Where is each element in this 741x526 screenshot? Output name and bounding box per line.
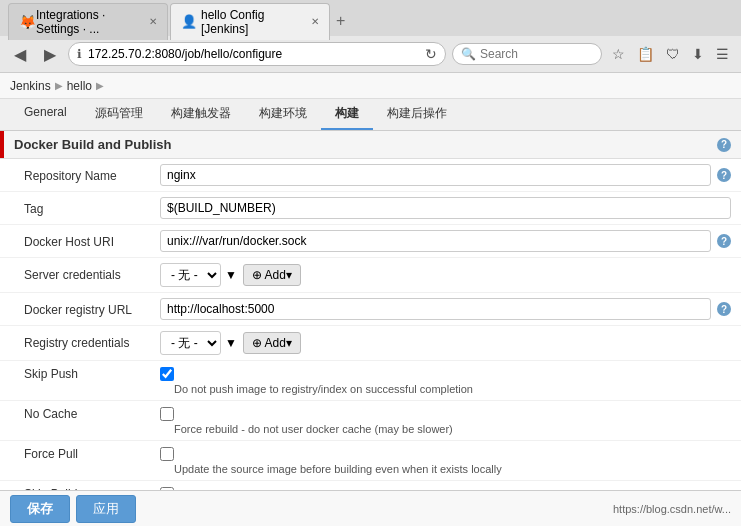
registry-credentials-row: Registry credentials - 无 - ▼ ⊕ Add▾ (0, 326, 741, 361)
docker-host-uri-label: Docker Host URI (10, 230, 160, 249)
docker-host-uri-row: Docker Host URI ? (0, 225, 741, 258)
docker-registry-url-label: Docker registry URL (10, 298, 160, 317)
section-red-line (0, 131, 4, 158)
section-help-icon[interactable]: ? (717, 138, 731, 152)
address-input[interactable] (88, 47, 419, 61)
force-pull-label-row: Force Pull (10, 446, 731, 461)
search-bar-container: 🔍 (452, 43, 602, 65)
repository-name-control: ? (160, 164, 731, 186)
apply-button[interactable]: 应用 (76, 495, 136, 523)
breadcrumb-arrow-2: ▶ (96, 80, 104, 91)
force-pull-description: Update the source image before building … (174, 461, 731, 475)
tag-input[interactable] (160, 197, 731, 219)
search-input[interactable] (480, 47, 580, 61)
server-credentials-label: Server credentials (10, 263, 160, 282)
section-title: Docker Build and Publish (14, 137, 171, 152)
breadcrumb: Jenkins ▶ hello ▶ (0, 73, 741, 99)
nav-bar: ◀ ▶ ℹ ↻ 🔍 ☆ 📋 🛡 ⬇ ☰ (0, 36, 741, 72)
registry-credentials-select[interactable]: - 无 - (160, 331, 221, 355)
repository-name-input[interactable] (160, 164, 711, 186)
docker-host-uri-help-icon[interactable]: ? (717, 234, 731, 248)
server-credentials-row: Server credentials - 无 - ▼ ⊕ Add▾ (0, 258, 741, 293)
registry-credentials-select-group: - 无 - ▼ (160, 331, 237, 355)
force-pull-checkbox[interactable] (160, 447, 174, 461)
tab-integrations[interactable]: 🦊 Integrations · Settings · ... ✕ (8, 3, 168, 40)
back-button[interactable]: ◀ (8, 43, 32, 66)
tag-control (160, 197, 731, 219)
no-cache-checkbox[interactable] (160, 407, 174, 421)
shield-icon[interactable]: 🛡 (662, 44, 684, 64)
skip-push-label: Skip Push (10, 367, 160, 381)
new-tab-button[interactable]: + (336, 12, 345, 30)
registry-credentials-control: - 无 - ▼ ⊕ Add▾ (160, 331, 731, 355)
browser-nav-icons: ☆ 📋 🛡 ⬇ ☰ (608, 44, 733, 64)
menu-icon[interactable]: ☰ (712, 44, 733, 64)
repository-name-label: Repository Name (10, 164, 160, 183)
server-credentials-add-button[interactable]: ⊕ Add▾ (243, 264, 301, 286)
fox-icon: 🦊 (19, 14, 36, 30)
breadcrumb-jenkins[interactable]: Jenkins (10, 79, 51, 93)
breadcrumb-arrow-1: ▶ (55, 80, 63, 91)
server-credentials-control: - 无 - ▼ ⊕ Add▾ (160, 263, 731, 287)
tab-source[interactable]: 源码管理 (81, 99, 157, 130)
registry-credentials-label: Registry credentials (10, 331, 160, 350)
skip-push-description: Do not push image to registry/index on s… (174, 381, 731, 395)
tab-integrations-close[interactable]: ✕ (149, 16, 157, 27)
docker-registry-url-input[interactable] (160, 298, 711, 320)
skip-push-row: Skip Push Do not push image to registry/… (0, 361, 741, 401)
tag-row: Tag (0, 192, 741, 225)
server-credentials-select[interactable]: - 无 - (160, 263, 221, 287)
docker-host-uri-control: ? (160, 230, 731, 252)
force-pull-row: Force Pull Update the source image befor… (0, 441, 741, 481)
tab-general[interactable]: General (10, 99, 81, 130)
docker-host-uri-input[interactable] (160, 230, 711, 252)
no-cache-label: No Cache (10, 407, 160, 421)
registry-credentials-add-button[interactable]: ⊕ Add▾ (243, 332, 301, 354)
tab-bar: 🦊 Integrations · Settings · ... ✕ 👤 hell… (0, 0, 741, 36)
tab-jenkins-label: hello Config [Jenkins] (201, 8, 305, 36)
download-icon[interactable]: ⬇ (688, 44, 708, 64)
force-pull-label: Force Pull (10, 447, 160, 461)
search-magnifier-icon: 🔍 (461, 47, 476, 61)
tab-triggers[interactable]: 构建触发器 (157, 99, 245, 130)
tab-jenkins[interactable]: 👤 hello Config [Jenkins] ✕ (170, 3, 330, 40)
docker-registry-url-row: Docker registry URL ? (0, 293, 741, 326)
bookmark-icon[interactable]: ☆ (608, 44, 629, 64)
config-tabs: General 源码管理 构建触发器 构建环境 构建 构建后操作 (0, 99, 741, 131)
main-content: Docker Build and Publish ? Repository Na… (0, 131, 741, 525)
address-bar: ℹ ↻ (68, 42, 446, 66)
bottom-bar: 保存 应用 https://blog.csdn.net/w... (0, 490, 741, 526)
tab-jenkins-close[interactable]: ✕ (311, 16, 319, 27)
repository-name-help-icon[interactable]: ? (717, 168, 731, 182)
server-credentials-select-group: - 无 - ▼ (160, 263, 237, 287)
readinglist-icon[interactable]: 📋 (633, 44, 658, 64)
no-cache-description: Force rebuild - do not user docker cache… (174, 421, 731, 435)
section-header: Docker Build and Publish ? (0, 131, 741, 159)
docker-registry-url-control: ? (160, 298, 731, 320)
jenkins-tab-icon: 👤 (181, 14, 197, 29)
tab-post-build[interactable]: 构建后操作 (373, 99, 461, 130)
no-cache-label-row: No Cache (10, 406, 731, 421)
tab-build-env[interactable]: 构建环境 (245, 99, 321, 130)
status-url: https://blog.csdn.net/w... (613, 503, 731, 515)
skip-push-label-row: Skip Push (10, 366, 731, 381)
save-button[interactable]: 保存 (10, 495, 70, 523)
no-cache-row: No Cache Force rebuild - do not user doc… (0, 401, 741, 441)
tab-build[interactable]: 构建 (321, 99, 373, 130)
tag-label: Tag (10, 197, 160, 216)
skip-push-checkbox[interactable] (160, 367, 174, 381)
reload-button[interactable]: ↻ (425, 46, 437, 62)
tab-integrations-label: Integrations · Settings · ... (36, 8, 143, 36)
docker-registry-url-help-icon[interactable]: ? (717, 302, 731, 316)
breadcrumb-hello[interactable]: hello (67, 79, 92, 93)
repository-name-row: Repository Name ? (0, 159, 741, 192)
forward-button[interactable]: ▶ (38, 43, 62, 66)
lock-icon: ℹ (77, 47, 82, 61)
